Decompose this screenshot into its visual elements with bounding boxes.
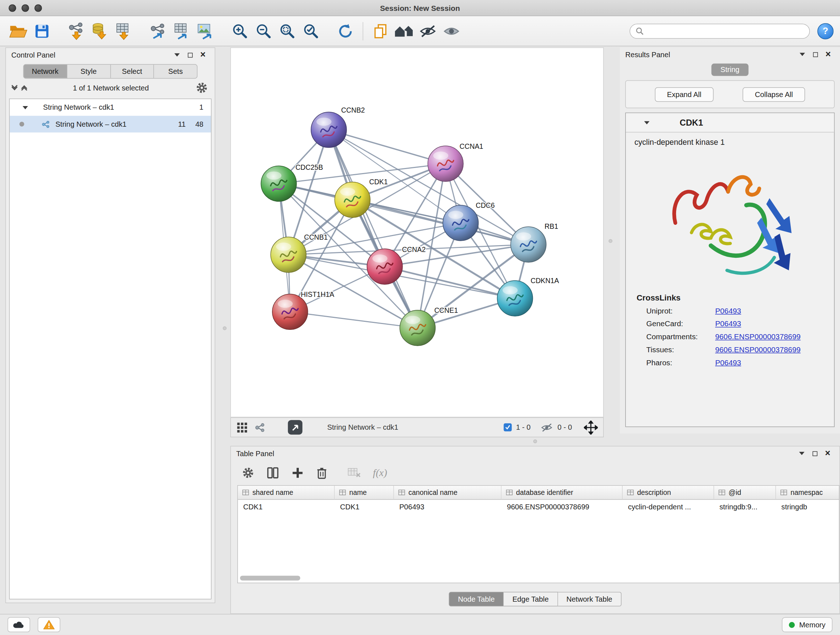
network-node-ccna2[interactable]	[367, 249, 402, 284]
grid-view-button[interactable]	[236, 421, 248, 433]
tab-edge-table[interactable]: Edge Table	[504, 592, 558, 606]
table-cell[interactable]: 9606.ENSP00000378699	[501, 500, 622, 514]
network-node-cdkn1a[interactable]	[497, 280, 532, 316]
network-tree-child-row[interactable]: String Network – cdk1 11 48	[10, 116, 211, 133]
refresh-view-button[interactable]	[333, 19, 357, 43]
gear-icon[interactable]	[195, 81, 208, 95]
show-details-button[interactable]	[439, 19, 463, 43]
warnings-button[interactable]	[38, 617, 60, 632]
network-node-cdc25b[interactable]	[261, 166, 296, 201]
network-node-hist1h1a[interactable]	[272, 294, 308, 329]
panel-collapse-icon[interactable]	[796, 452, 808, 455]
tab-select[interactable]: Select	[111, 65, 154, 78]
new-network-button[interactable]	[147, 19, 170, 43]
clone-network-button[interactable]	[170, 19, 194, 43]
function-builder-icon[interactable]: f(x)	[373, 467, 387, 479]
entry-disclosure-icon[interactable]	[644, 121, 650, 124]
panel-collapse-icon[interactable]	[171, 53, 184, 57]
table-row[interactable]: CDK1 CDK1 P06493 9606.ENSP00000378699 cy…	[238, 500, 839, 514]
memory-indicator[interactable]: Memory	[782, 617, 832, 632]
zoom-out-button[interactable]	[252, 19, 275, 43]
panel-close-icon[interactable]: ×	[821, 448, 834, 459]
document-copy-button[interactable]	[369, 19, 392, 43]
window-close-icon[interactable]	[9, 4, 16, 12]
network-edge[interactable]	[290, 312, 418, 328]
selected-checkbox-icon[interactable]	[504, 423, 512, 431]
splitter-handle[interactable]	[223, 326, 226, 330]
help-button[interactable]: ?	[818, 23, 834, 39]
crosslink-link[interactable]: 9606.ENSP00000378699	[715, 333, 801, 341]
table-cell[interactable]: P06493	[394, 500, 502, 514]
tab-sets[interactable]: Sets	[154, 65, 197, 78]
table-cell[interactable]: stringdb:9...	[714, 500, 776, 514]
column-header[interactable]: name	[335, 486, 394, 500]
network-node-ccnb1[interactable]	[271, 237, 306, 272]
column-header[interactable]: namespac	[776, 486, 840, 500]
network-canvas[interactable]: CCNB2CCNA1CDC25BCDK1CDC6RB1CCNB1CCNA2CDK…	[231, 48, 604, 417]
tab-network[interactable]: Network	[24, 65, 67, 78]
network-node-cdc6[interactable]	[443, 205, 478, 241]
hidden-eye-slash-icon[interactable]	[540, 423, 553, 432]
column-header[interactable]: canonical name	[394, 486, 502, 500]
network-node-ccne1[interactable]	[400, 310, 435, 346]
column-header[interactable]: database identifier	[501, 486, 622, 500]
network-node-rb1[interactable]	[511, 226, 546, 262]
open-in-window-button[interactable]	[288, 420, 302, 434]
column-header[interactable]: shared name	[238, 486, 335, 500]
table-cell[interactable]: cyclin-dependent ...	[622, 500, 714, 514]
column-header[interactable]: description	[622, 486, 714, 500]
network-node-cdk1[interactable]	[335, 182, 370, 218]
table-cell[interactable]: CDK1	[238, 500, 335, 514]
window-minimize-icon[interactable]	[22, 4, 29, 12]
delete-icon[interactable]	[316, 466, 328, 479]
gear-icon[interactable]	[242, 466, 255, 479]
network-edge[interactable]	[329, 130, 417, 328]
collapse-all-button[interactable]: Collapse All	[743, 87, 805, 101]
splitter-handle[interactable]	[533, 440, 537, 443]
panel-close-icon[interactable]: ×	[196, 50, 210, 60]
add-icon[interactable]	[291, 466, 304, 479]
table-cell[interactable]: stringdb	[776, 500, 840, 514]
zoom-selected-button[interactable]	[299, 19, 323, 43]
crosslink-link[interactable]: 9606.ENSP00000378699	[715, 345, 801, 354]
panel-collapse-icon[interactable]	[796, 53, 809, 56]
import-network-database-button[interactable]	[88, 19, 112, 43]
network-node-ccnb2[interactable]	[311, 112, 347, 147]
tab-style[interactable]: Style	[67, 65, 111, 78]
crosslink-link[interactable]: P06493	[715, 319, 741, 328]
panel-float-icon[interactable]	[808, 451, 821, 456]
collapse-all-icon[interactable]	[12, 86, 17, 89]
table-cell[interactable]: CDK1	[335, 500, 394, 514]
tab-string[interactable]: String	[711, 64, 748, 76]
crosslink-link[interactable]: P06493	[715, 358, 741, 367]
horizontal-scrollbar[interactable]	[240, 576, 300, 580]
network-birdseye-button[interactable]	[255, 422, 265, 432]
panel-float-icon[interactable]	[809, 52, 822, 57]
crosslink-link[interactable]: P06493	[715, 306, 741, 315]
column-header[interactable]: @id	[714, 486, 776, 500]
import-table-button[interactable]	[112, 19, 135, 43]
zoom-in-button[interactable]	[228, 19, 252, 43]
tree-disclosure-icon[interactable]	[22, 106, 28, 109]
expand-all-button[interactable]: Expand All	[655, 87, 714, 101]
toolbar-search-input[interactable]	[647, 27, 804, 35]
tab-node-table[interactable]: Node Table	[449, 592, 504, 606]
clear-table-icon[interactable]	[347, 467, 361, 479]
hide-annotations-button[interactable]	[416, 19, 439, 43]
import-network-file-button[interactable]	[65, 19, 88, 43]
network-edge[interactable]	[329, 130, 446, 164]
network-tree-root-row[interactable]: String Network – cdk1 1	[10, 99, 211, 116]
panel-close-icon[interactable]: ×	[821, 49, 835, 60]
export-image-button[interactable]	[194, 19, 218, 43]
panel-float-icon[interactable]	[183, 52, 196, 57]
window-maximize-icon[interactable]	[34, 4, 42, 12]
tab-network-table[interactable]: Network Table	[558, 592, 622, 606]
protein-entry-header[interactable]: CDK1	[626, 113, 834, 133]
open-session-button[interactable]	[6, 19, 30, 43]
home-button[interactable]	[392, 19, 416, 43]
network-node-ccna1[interactable]	[428, 146, 463, 181]
cloud-button[interactable]	[8, 617, 30, 632]
columns-icon[interactable]	[266, 466, 279, 479]
save-session-button[interactable]	[30, 19, 54, 43]
expand-all-icon[interactable]	[22, 86, 27, 89]
